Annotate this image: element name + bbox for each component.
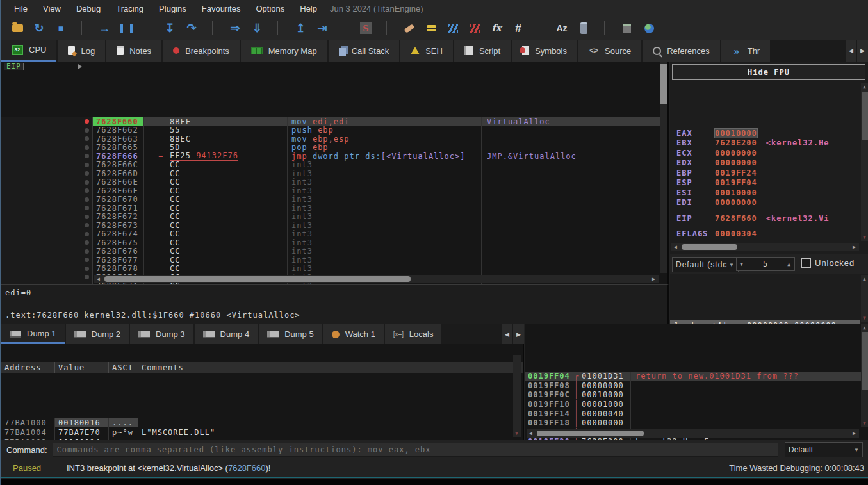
- register-row[interactable]: [670, 224, 860, 229]
- breakpoint-dot[interactable]: [85, 206, 89, 210]
- disassembly-row[interactable]: 7628F66E CC int3: [1, 178, 667, 187]
- breakpoint-dot[interactable]: [85, 267, 89, 271]
- stack-row[interactable]: 0019FF04 ┌ 01001D31 return to new.01001D…: [525, 372, 868, 381]
- breakpoint-dot[interactable]: [85, 223, 89, 227]
- trace-over-button[interactable]: ⇓: [247, 19, 266, 37]
- stack-row[interactable]: 0019FF0C │ 00010000: [525, 390, 868, 400]
- argument-count-stepper[interactable]: ▼ 5 ▲: [736, 257, 795, 271]
- breakpoint-dot[interactable]: [85, 275, 89, 279]
- menu-file[interactable]: File: [6, 1, 35, 16]
- tab-breakpoints[interactable]: Breakpoints: [163, 40, 240, 62]
- toolbar-separator[interactable]: [269, 19, 288, 37]
- register-row[interactable]: EDI 00000000: [670, 198, 860, 208]
- tab-watch-1[interactable]: Watch 1: [323, 324, 384, 344]
- disassembly-row[interactable]: 7628F671 CC int3: [1, 204, 667, 213]
- register-row[interactable]: EFLAGS 00000304: [670, 229, 860, 240]
- tab-symbols[interactable]: Symbols: [512, 40, 577, 62]
- breakpoint-dot[interactable]: [85, 136, 89, 141]
- dump-tab-scroll-left-button[interactable]: ◀: [502, 324, 512, 344]
- disassembly-row[interactable]: 7628F663 8BEC mov ebp,esp: [1, 135, 667, 144]
- step-over-button[interactable]: ↷: [182, 19, 201, 37]
- tab-seh[interactable]: SEH: [400, 40, 453, 62]
- column-header-value[interactable]: Value: [55, 362, 109, 373]
- breakpoint-dot[interactable]: [85, 188, 89, 193]
- tab-dump-3[interactable]: Dump 3: [130, 324, 193, 344]
- dump-row[interactable]: 77BA1008 00160014 ....: [1, 437, 523, 440]
- tab-scroll-right-button[interactable]: ▶: [857, 40, 868, 62]
- pause-button[interactable]: [117, 19, 136, 37]
- tab-script[interactable]: Script: [454, 40, 511, 62]
- breakpoint-dot[interactable]: [85, 180, 89, 185]
- dump-row[interactable]: 77BA1004 77BA7E70 p~°w L"MSCOREE.DLL": [1, 427, 523, 437]
- menu-favourites[interactable]: Favourites: [194, 1, 249, 16]
- hide-fpu-button[interactable]: Hide FPU: [672, 64, 865, 80]
- tab-dump-2[interactable]: Dump 2: [66, 324, 129, 344]
- attach-button[interactable]: [574, 19, 593, 37]
- menu-debug[interactable]: Debug: [69, 1, 108, 16]
- restart-button[interactable]: ↻: [29, 19, 49, 37]
- breakpoint-dot[interactable]: [85, 249, 89, 254]
- menu-options[interactable]: Options: [248, 1, 292, 16]
- register-row[interactable]: ESP 0019FF04: [670, 178, 860, 188]
- tab-locals[interactable]: [x=] Locals: [385, 324, 442, 344]
- execute-till-return-button[interactable]: ↥: [291, 19, 310, 37]
- breakpoint-dot[interactable]: [85, 154, 89, 158]
- assemble-button[interactable]: Az: [552, 19, 571, 37]
- tab-dump-1[interactable]: Dump 1: [1, 324, 65, 344]
- breakpoint-dot[interactable]: [85, 128, 89, 133]
- toolbar-separator[interactable]: [73, 19, 92, 37]
- comment-button[interactable]: [422, 19, 441, 37]
- toolbar-separator[interactable]: [138, 19, 158, 37]
- menu-plugins[interactable]: Plugins: [151, 1, 194, 16]
- tab-log[interactable]: Log: [58, 40, 105, 62]
- highlight-red-button[interactable]: [465, 19, 484, 37]
- highlight-blue-button[interactable]: [443, 19, 463, 37]
- disassembly-row[interactable]: 7628F673 CC int3: [1, 221, 667, 230]
- breakpoint-dot[interactable]: [85, 171, 89, 176]
- register-row[interactable]: EBX 7628E200 <kernel32.He: [670, 138, 860, 149]
- registers-horizontal-scrollbar[interactable]: ◀▶: [671, 243, 859, 251]
- tab-dump-5[interactable]: Dump 5: [259, 324, 322, 344]
- disassembly-row[interactable]: 7628F666 −FF25 94132F76 jmp dword ptr ds…: [1, 152, 667, 161]
- stop-button[interactable]: ■: [51, 19, 70, 37]
- checkbox-icon[interactable]: [801, 258, 811, 268]
- source-mode-button[interactable]: S: [356, 19, 375, 37]
- column-header-ascii[interactable]: ASCI: [109, 362, 138, 373]
- run-button[interactable]: →: [95, 19, 114, 37]
- step-into-button[interactable]: ↧: [160, 19, 179, 37]
- menu-tracing[interactable]: Tracing: [108, 1, 151, 16]
- dump-row[interactable]: 77BA1000 00180016 ....: [1, 418, 523, 427]
- disassembly-row[interactable]: 7628F665 5D pop ebp: [1, 144, 667, 152]
- register-row[interactable]: EBP 0019FF24: [670, 168, 860, 178]
- register-row[interactable]: EIP 7628F660 <kernel32.Vi: [670, 213, 860, 224]
- disassembly-row[interactable]: 7628F66C CC int3: [1, 161, 667, 170]
- command-profile-select[interactable]: Default▼: [785, 442, 863, 457]
- breakpoint-dot[interactable]: [85, 197, 89, 202]
- open-file-button[interactable]: [8, 19, 27, 37]
- function-analysis-button[interactable]: fx: [487, 19, 506, 37]
- stack-vertical-scrollbar[interactable]: ▲▼: [861, 324, 868, 427]
- dump-vertical-scrollbar[interactable]: ▼: [513, 355, 521, 437]
- column-header-address[interactable]: Address: [1, 362, 55, 373]
- tab-scroll-left-button[interactable]: ◀: [846, 40, 856, 62]
- tab-references[interactable]: References: [643, 40, 719, 62]
- toolbar-separator[interactable]: [530, 19, 550, 37]
- disassembly-horizontal-scrollbar[interactable]: ◀▶: [94, 275, 659, 283]
- trace-into-button[interactable]: ⇒: [225, 19, 245, 37]
- breakpoint-dot[interactable]: [85, 163, 89, 167]
- disassembly-row[interactable]: 7628F678 CC int3: [1, 265, 667, 274]
- address-link[interactable]: 7628F660: [228, 463, 266, 473]
- tab-memory-map[interactable]: Memory Map: [241, 40, 327, 62]
- arguments-vertical-scrollbar[interactable]: ▲▼: [861, 275, 868, 322]
- tab-threads[interactable]: » Thr: [721, 40, 771, 62]
- breakpoint-dot[interactable]: [85, 232, 89, 236]
- stack-row[interactable]: 0019FF10 │ 00001000: [525, 400, 868, 409]
- menu-view[interactable]: View: [35, 1, 69, 16]
- breakpoint-dot[interactable]: [85, 258, 89, 262]
- tab-call-stack[interactable]: Call Stack: [329, 40, 400, 62]
- stack-row[interactable]: 0019FF08 │ 00000000: [525, 381, 868, 391]
- disassembly-row[interactable]: 7628F662 55 push ebp: [1, 126, 667, 135]
- calling-convention-select[interactable]: Default (stdc▼: [672, 257, 739, 272]
- stack-horizontal-scrollbar[interactable]: ◀▶: [527, 429, 859, 438]
- menu-help[interactable]: Help: [292, 1, 325, 16]
